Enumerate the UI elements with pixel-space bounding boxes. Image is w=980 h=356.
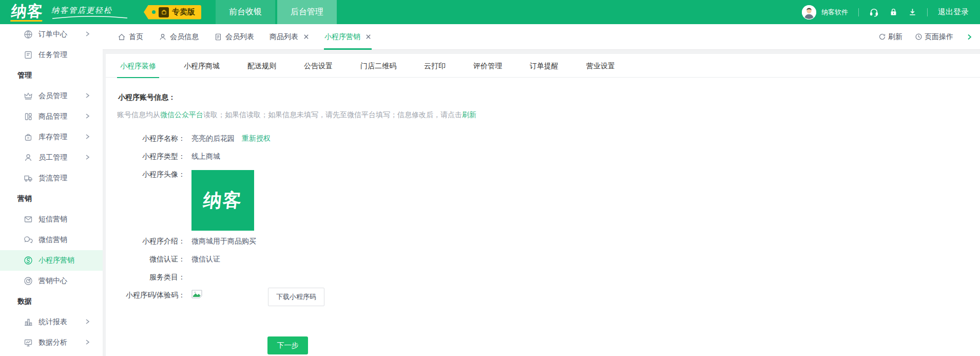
tab-label: 商品列表: [270, 32, 298, 42]
truck-icon: [24, 174, 33, 183]
mail-icon: [24, 215, 33, 224]
section-title: 小程序账号信息：: [118, 93, 980, 102]
home-icon: [118, 33, 126, 41]
tagline-swoosh-icon: [51, 16, 128, 19]
chevron-right-icon: [84, 134, 90, 140]
tab-member-info[interactable]: 会员信息: [151, 24, 206, 50]
tabbar-actions: 刷新 页面操作: [878, 32, 973, 42]
lock-icon[interactable]: [889, 8, 898, 16]
nav-front-cashier[interactable]: 前台收银: [216, 0, 275, 24]
wechat-auth-value: 微信认证: [191, 255, 220, 264]
username-label: 纳客软件: [821, 8, 848, 17]
download-qrcode-button[interactable]: 下载小程序码: [268, 288, 324, 306]
refresh-link[interactable]: 刷新: [462, 110, 476, 119]
field-label: 小程序码/体验码：: [106, 291, 185, 300]
avatar-logo-text: 纳客: [202, 188, 243, 213]
wechat-icon: [24, 235, 33, 245]
close-tab-icon[interactable]: [303, 34, 309, 40]
sidebar-item-label: 统计报表: [39, 317, 67, 327]
header-divider: [858, 8, 859, 16]
sidebar-item-sms-marketing[interactable]: 短信营销: [0, 209, 103, 230]
ctab-announcement-settings[interactable]: 公告设置: [297, 54, 340, 78]
tab-product-list[interactable]: 商品列表: [262, 24, 317, 50]
content-panel: 小程序装修 小程序商城 配送规则 公告设置 门店二维码 云打印 评价管理 订单提…: [106, 54, 980, 356]
ctab-business-settings[interactable]: 营业设置: [579, 54, 622, 78]
person-icon: [24, 153, 33, 162]
next-step-button[interactable]: 下一步: [267, 336, 308, 354]
sidebar: 订单中心 任务管理 管理 会员管理 商品管理 库存管理 员工管理 货流管理 营销…: [0, 24, 103, 356]
ctab-miniprogram-decorate[interactable]: 小程序装修: [113, 54, 163, 78]
ctab-store-qrcode[interactable]: 门店二维码: [353, 54, 403, 78]
tab-label: 会员列表: [225, 32, 254, 42]
sidebar-item-marketing-center[interactable]: 营销中心: [0, 271, 103, 291]
sidebar-item-stock-mgmt[interactable]: 库存管理: [0, 127, 103, 147]
edition-badge-label: 专卖版: [172, 7, 195, 17]
ctab-delivery-rules[interactable]: 配送规则: [240, 54, 283, 78]
download-icon[interactable]: [908, 8, 917, 16]
header-nav: 前台收银 后台管理: [214, 0, 337, 24]
tab-label: 首页: [129, 32, 143, 42]
chevron-right-icon: [84, 318, 90, 325]
sidebar-item-product-mgmt[interactable]: 商品管理: [0, 106, 103, 127]
sidebar-item-order-center[interactable]: 订单中心: [0, 24, 103, 45]
sidebar-item-miniprogram-marketing[interactable]: 小程序营销: [0, 250, 103, 271]
reauthorize-link[interactable]: 重新授权: [242, 134, 271, 143]
target-icon: [24, 276, 33, 286]
sidebar-item-label: 小程序营销: [39, 256, 74, 265]
sidebar-item-logistics-mgmt[interactable]: 货流管理: [0, 168, 103, 189]
wechat-platform-link[interactable]: 微信公众平台: [160, 110, 203, 119]
sidebar-item-label: 员工管理: [39, 153, 67, 162]
user-avatar[interactable]: [802, 5, 816, 20]
ctab-review-mgmt[interactable]: 评价管理: [466, 54, 509, 78]
tab-miniprogram-marketing[interactable]: 小程序营销: [317, 24, 379, 50]
field-row-intro: 小程序介绍： 微商城用于商品购买: [106, 237, 980, 246]
logout-button[interactable]: 退出登录: [938, 7, 969, 17]
ctab-cloud-print[interactable]: 云打印: [417, 54, 453, 78]
miniprogram-type-value: 线上商城: [191, 152, 220, 161]
brand-tagline-wrap: 纳客管店更轻松: [51, 6, 128, 19]
sidebar-item-label: 订单中心: [39, 30, 67, 39]
tab-home[interactable]: 首页: [110, 24, 151, 50]
ctab-miniprogram-mall[interactable]: 小程序商城: [177, 54, 227, 78]
refresh-button[interactable]: 刷新: [878, 32, 902, 42]
tab-label: 会员信息: [170, 32, 199, 42]
page-operations-button[interactable]: 页面操作: [915, 32, 953, 42]
sidebar-item-label: 货流管理: [39, 174, 67, 183]
ctab-order-reminder[interactable]: 订单提醒: [523, 54, 566, 78]
field-row-category: 服务类目：: [106, 273, 980, 282]
page-operations-label: 页面操作: [925, 32, 953, 42]
chevron-right-icon: [84, 31, 90, 37]
header-divider: [927, 8, 928, 16]
brand-tagline: 纳客管店更轻松: [51, 6, 128, 15]
field-row-type: 小程序类型： 线上商城: [106, 152, 980, 161]
sidebar-item-wechat-marketing[interactable]: 微信营销: [0, 230, 103, 250]
headset-icon[interactable]: [869, 7, 879, 17]
sidebar-item-label: 短信营销: [39, 215, 67, 224]
sidebar-item-staff-mgmt[interactable]: 员工管理: [0, 147, 103, 168]
close-tab-icon[interactable]: [366, 34, 371, 40]
desc-text: 账号信息均从: [117, 110, 160, 119]
sidebar-item-task-mgmt[interactable]: 任务管理: [0, 45, 103, 65]
sidebar-item-label: 营销中心: [39, 276, 67, 286]
chevron-right-icon: [84, 339, 90, 345]
desc-text: 读取；如果信读取；如果信息未填写，请先至微信平台填写；信息修改后，请点击: [203, 110, 462, 119]
list-icon: [214, 33, 222, 41]
crown-icon: [24, 91, 33, 101]
field-label: 小程序头像：: [106, 170, 185, 179]
nav-backend-admin[interactable]: 后台管理: [277, 0, 337, 24]
barchart-icon: [24, 317, 33, 327]
field-label: 小程序介绍：: [106, 237, 185, 246]
sidebar-item-statistics-report[interactable]: 统计报表: [0, 312, 103, 332]
sidebar-item-data-analysis[interactable]: 数据分析: [0, 332, 103, 353]
field-label: 小程序类型：: [106, 152, 185, 161]
field-row-qrcode: 小程序码/体验码： 下载小程序码: [106, 291, 980, 306]
field-row-name: 小程序名称： 亮亮的后花园 重新授权: [106, 134, 980, 143]
sidebar-item-member-mgmt[interactable]: 会员管理: [0, 86, 103, 106]
globe-icon: [24, 30, 33, 39]
account-fields: 小程序名称： 亮亮的后花园 重新授权 小程序类型： 线上商城 小程序头像： 纳客…: [106, 134, 980, 306]
sidebar-item-label: 库存管理: [39, 133, 67, 142]
more-tabs-chevron-icon[interactable]: [966, 33, 973, 41]
sidebar-item-label: 会员管理: [39, 91, 67, 101]
tab-member-list[interactable]: 会员列表: [206, 24, 262, 50]
sidebar-section-data: 数据: [0, 291, 103, 312]
